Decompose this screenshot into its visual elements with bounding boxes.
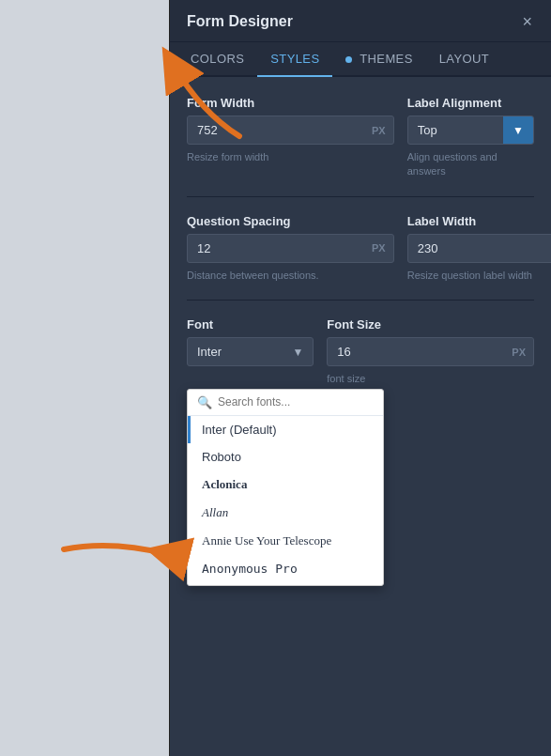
label-alignment-label: Label Alignment — [407, 96, 534, 110]
font-search-row: 🔍 — [188, 390, 383, 416]
font-dropdown-panel: 🔍 Inter (Default) Roboto Aclonica — [187, 389, 384, 586]
form-designer-panel: Form Designer × COLORS STYLES THEMES LAY… — [169, 0, 551, 756]
font-label: Font — [187, 317, 314, 332]
row-spacing-width: Question Spacing PX Distance between que… — [187, 214, 534, 283]
font-item-inter[interactable]: Inter (Default) — [188, 416, 383, 443]
background-area — [0, 0, 169, 756]
label-width-label: Label Width — [407, 214, 551, 228]
row-font: Font Inter ▼ 🔍 Inter (Default) — [187, 317, 534, 386]
label-alignment-value: Top — [408, 116, 503, 144]
font-size-group: Font Size PX font size — [327, 317, 534, 386]
font-item-annie[interactable]: Annie Use Your Telescope — [188, 527, 383, 555]
label-width-input[interactable] — [408, 235, 551, 262]
font-search-input[interactable] — [218, 395, 374, 409]
font-item-allerta[interactable]: Allerta Stencil — [188, 582, 383, 585]
font-size-unit: PX — [504, 347, 533, 358]
font-select-arrow: ▼ — [283, 340, 313, 364]
tab-themes[interactable]: THEMES — [332, 42, 425, 75]
question-spacing-input-row: PX — [187, 234, 394, 263]
question-spacing-unit: PX — [364, 242, 393, 254]
font-item-anonymous[interactable]: Anonymous Pro — [188, 555, 383, 582]
form-width-group: Form Width PX Resize form width — [187, 96, 394, 179]
search-icon: 🔍 — [197, 395, 212, 409]
label-alignment-arrow[interactable]: ▼ — [503, 116, 533, 144]
form-width-input[interactable] — [188, 116, 364, 144]
form-width-input-row: PX — [187, 116, 394, 145]
font-select-button[interactable]: Inter ▼ — [187, 337, 314, 366]
font-size-input[interactable] — [328, 338, 504, 365]
divider-2 — [187, 300, 534, 301]
tab-styles[interactable]: STYLES — [257, 42, 332, 77]
label-alignment-hint: Align questions and answers — [407, 150, 534, 179]
form-width-unit: PX — [364, 125, 393, 136]
label-width-input-row: PX — [407, 234, 551, 263]
panel-header: Form Designer × — [170, 0, 551, 42]
form-width-label: Form Width — [187, 96, 394, 110]
font-size-hint: font size — [327, 372, 534, 386]
panel-content: Form Width PX Resize form width Label Al… — [170, 77, 551, 756]
label-width-hint: Resize question label width — [407, 269, 551, 283]
question-spacing-input[interactable] — [188, 235, 364, 262]
question-spacing-hint: Distance between questions. — [187, 269, 394, 283]
divider-1 — [187, 196, 534, 197]
question-spacing-group: Question Spacing PX Distance between que… — [187, 214, 394, 283]
label-width-group: Label Width PX Resize question label wid… — [407, 214, 551, 283]
font-size-label: Font Size — [327, 317, 534, 332]
label-alignment-group: Label Alignment Top ▼ Align questions an… — [407, 96, 534, 179]
close-button[interactable]: × — [520, 13, 534, 30]
font-size-input-row: PX — [327, 337, 534, 366]
font-group: Font Inter ▼ 🔍 Inter (Default) — [187, 317, 314, 386]
panel-title: Form Designer — [187, 13, 293, 30]
tab-colors[interactable]: COLORS — [177, 42, 257, 75]
font-list: Inter (Default) Roboto Aclonica Allan — [188, 416, 383, 585]
font-select-value: Inter — [188, 338, 283, 365]
row-width-alignment: Form Width PX Resize form width Label Al… — [187, 96, 534, 179]
form-width-hint: Resize form width — [187, 150, 394, 164]
font-item-allan[interactable]: Allan — [188, 499, 383, 527]
font-item-roboto[interactable]: Roboto — [188, 443, 383, 471]
question-spacing-label: Question Spacing — [187, 214, 394, 228]
tabs-bar: COLORS STYLES THEMES LAYOUT — [170, 42, 551, 77]
label-alignment-select[interactable]: Top ▼ — [407, 116, 534, 145]
font-item-aclonica[interactable]: Aclonica — [188, 471, 383, 499]
tab-layout[interactable]: LAYOUT — [426, 42, 502, 75]
